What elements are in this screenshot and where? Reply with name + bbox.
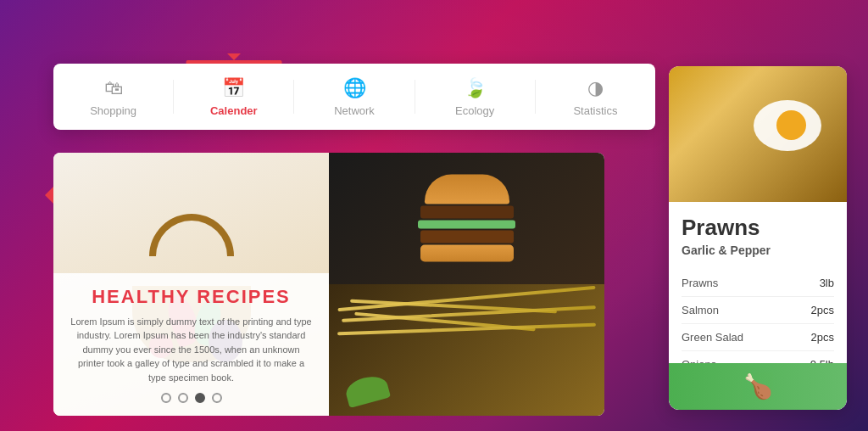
carousel-dots [70, 393, 312, 403]
left-indicator [45, 187, 53, 204]
nav-item-ecology[interactable]: 🍃 Ecology [415, 64, 535, 130]
ecology-icon: 🍃 [464, 77, 487, 99]
ingredient-row-prawns: Prawns 3lb [682, 270, 834, 297]
basket-handle [149, 214, 234, 256]
nav-label-calender: Calender [210, 104, 258, 117]
nav-item-calender[interactable]: 📅 Calender [174, 64, 293, 130]
ingredient-row-salmon: Salmon 2pcs [682, 297, 834, 324]
recipe-description: Lorem Ipsum is simply dummy text of the … [70, 315, 312, 385]
noodles-food-image [329, 284, 604, 416]
ingredient-name-prawns: Prawns [682, 277, 718, 289]
ingredient-qty-salad: 2pcs [811, 331, 834, 344]
network-icon: 🌐 [343, 77, 366, 99]
recipe-card: Prawns Garlic & Pepper Prawns 3lb Salmon… [669, 66, 847, 410]
recipe-card-image [669, 66, 847, 202]
bun-top [425, 174, 509, 204]
nav-item-network[interactable]: 🌐 Network [294, 64, 414, 130]
burger-food-image [329, 153, 604, 284]
bun-bottom [420, 244, 514, 261]
dot-1[interactable] [161, 393, 171, 403]
main-content: HEALTHY RECIPES Lorem Ipsum is simply du… [53, 153, 604, 416]
patty-2 [420, 230, 514, 243]
nav-label-ecology: Ecology [455, 104, 494, 117]
nav-item-statistics[interactable]: ◑ Statistics [536, 64, 655, 130]
patty-1 [420, 205, 514, 218]
dot-2[interactable] [178, 393, 188, 403]
dot-3[interactable] [195, 393, 205, 403]
ingredient-name-salad: Green Salad [682, 331, 743, 344]
egg-yolk [776, 110, 806, 140]
nav-label-shopping: Shopping [90, 104, 136, 117]
content-left: HEALTHY RECIPES Lorem Ipsum is simply du… [53, 153, 329, 416]
recipe-card-subtitle: Garlic & Pepper [682, 243, 834, 257]
ingredient-name-salmon: Salmon [682, 304, 719, 316]
lettuce [418, 220, 515, 228]
burger-art [416, 174, 518, 263]
nav-item-shopping[interactable]: 🛍 Shopping [53, 64, 173, 130]
content-right [329, 153, 604, 416]
ingredient-qty-prawns: 3lb [820, 277, 834, 289]
nav-label-network: Network [334, 104, 375, 117]
ingredient-row-salad: Green Salad 2pcs [682, 324, 834, 351]
dot-4[interactable] [212, 393, 222, 403]
content-overlay: HEALTHY RECIPES Lorem Ipsum is simply du… [53, 273, 329, 417]
recipe-card-title: Prawns [682, 215, 834, 241]
order-icon: 🍗 [743, 372, 773, 400]
ingredient-qty-salmon: 2pcs [811, 304, 834, 316]
statistics-icon: ◑ [587, 77, 604, 99]
nav-label-statistics: Statistics [573, 104, 617, 117]
order-button[interactable]: 🍗 [669, 363, 847, 410]
calender-icon: 📅 [222, 77, 245, 99]
recipe-title: HEALTHY RECIPES [70, 286, 312, 308]
navbar: 🛍 Shopping 📅 Calender 🌐 Network 🍃 Ecolog… [53, 64, 655, 130]
shopping-icon: 🛍 [104, 77, 123, 99]
